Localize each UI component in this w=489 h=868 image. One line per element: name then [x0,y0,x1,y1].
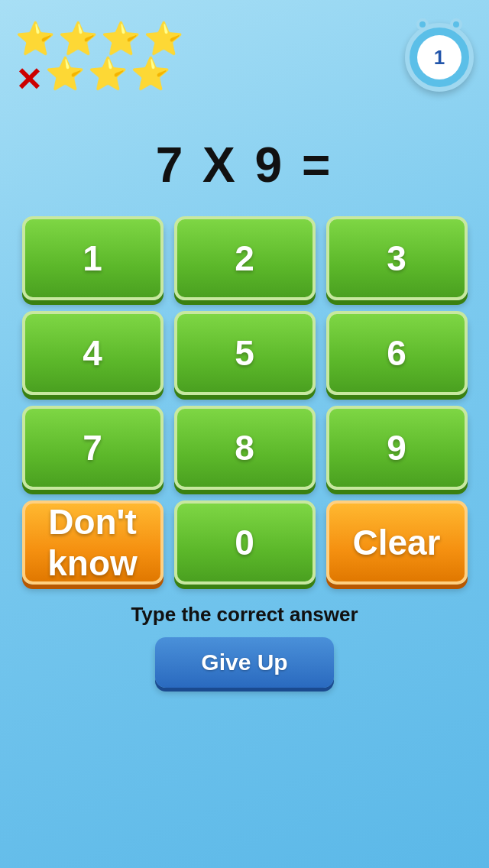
star-2: ⭐ [58,23,98,55]
key-4[interactable]: 4 [22,311,164,395]
key-1[interactable]: 1 [22,216,164,300]
keypad-row-bottom: Don't know 0 Clear [14,500,475,585]
give-up-button[interactable]: Give Up [155,637,333,688]
key-0[interactable]: 0 [174,500,316,585]
keypad-row-1: 1 2 3 [14,216,475,300]
math-problem: 7 X 9 = [156,137,334,193]
key-3[interactable]: 3 [326,216,468,300]
key-9[interactable]: 9 [326,406,468,490]
wrong-mark: ✕ [15,61,42,99]
dont-know-button[interactable]: Don't know [22,500,164,585]
bottom-area: Type the correct answer Give Up [131,603,358,688]
clear-button[interactable]: Clear [326,500,468,585]
keypad-row-3: 7 8 9 [14,406,475,490]
stars-area: ⭐ ⭐ ⭐ ⭐ ✕ ⭐ ⭐ ⭐ [15,23,183,99]
header: ⭐ ⭐ ⭐ ⭐ ✕ ⭐ ⭐ ⭐ 1 [0,0,489,106]
timer-value: 1 [434,46,445,70]
timer-ears [416,18,462,31]
key-5[interactable]: 5 [174,311,316,395]
star-6: ⭐ [88,58,128,99]
key-8[interactable]: 8 [174,406,316,490]
instruction-text: Type the correct answer [131,603,358,627]
star-7: ⭐ [131,58,170,99]
keypad: 1 2 3 4 5 6 7 8 9 Don't know 0 Clear [0,216,489,585]
timer-ear-left [416,18,429,31]
star-3: ⭐ [101,23,141,55]
key-7[interactable]: 7 [22,406,164,490]
star-5: ⭐ [45,58,85,99]
star-4: ⭐ [144,23,183,55]
key-6[interactable]: 6 [326,311,468,395]
keypad-row-2: 4 5 6 [14,311,475,395]
star-1: ⭐ [15,23,55,55]
key-2[interactable]: 2 [174,216,316,300]
timer: 1 [405,23,474,92]
timer-ear-right [450,18,462,31]
timer-inner: 1 [417,35,461,79]
